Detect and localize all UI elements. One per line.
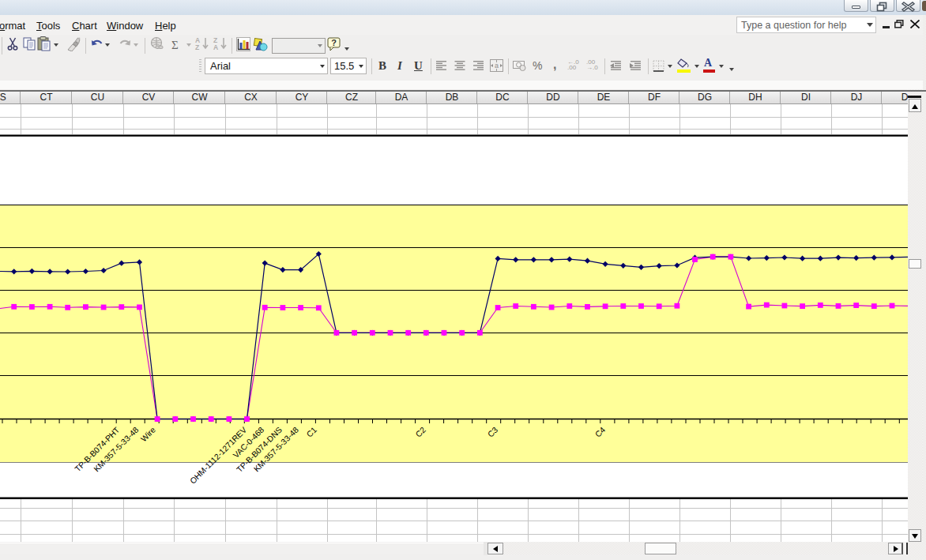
svg-text:?: ? <box>331 38 337 47</box>
svg-text:a: a <box>495 62 499 70</box>
